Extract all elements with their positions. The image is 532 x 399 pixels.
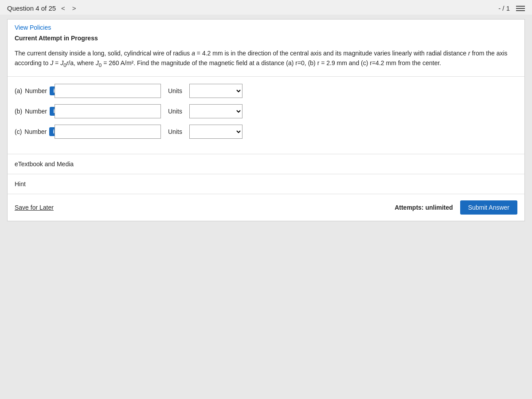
bottom-right: Attempts: unlimited Submit Answer — [395, 200, 517, 215]
units-select-c[interactable]: T mT μT — [189, 125, 243, 139]
units-select-a[interactable]: T mT μT — [189, 84, 243, 98]
question-progress: Question 4 of 25 — [7, 4, 56, 12]
answers-section: (a) Number i Units T mT μT (b) Number — [8, 77, 524, 154]
etextbook-label: eTextbook and Media — [15, 160, 74, 168]
units-label-a: Units — [168, 87, 186, 94]
next-arrow[interactable]: > — [70, 4, 78, 12]
number-input-b[interactable] — [55, 104, 161, 118]
answer-row-a: (a) Number i Units T mT μT — [15, 84, 517, 98]
part-label-b: (b) Number i — [15, 107, 55, 116]
number-input-a[interactable] — [55, 84, 161, 98]
part-b-letter: (b) — [15, 108, 22, 115]
top-right: - / 1 — [498, 4, 525, 12]
question-nav: Question 4 of 25 < > — [7, 4, 78, 12]
part-label-c: (c) Number i — [15, 127, 55, 136]
content-area: View Policies Current Attempt in Progres… — [7, 19, 525, 221]
part-c-letter: (c) — [15, 128, 22, 135]
menu-icon[interactable] — [516, 6, 525, 11]
number-input-c[interactable] — [55, 125, 161, 139]
part-b-number-label: Number — [25, 108, 47, 115]
units-label-c: Units — [168, 128, 186, 135]
attempts-text: Attempts: unlimited — [395, 204, 453, 211]
answer-row-c: (c) Number i Units T mT μT — [15, 125, 517, 139]
submit-answer-button[interactable]: Submit Answer — [460, 200, 517, 215]
part-label-a: (a) Number i — [15, 86, 55, 95]
part-a-number-label: Number — [25, 87, 47, 94]
units-select-b[interactable]: T mT μT — [189, 104, 243, 118]
top-bar: Question 4 of 25 < > - / 1 — [0, 0, 532, 15]
current-attempt-label: Current Attempt in Progress — [8, 33, 524, 45]
hint-section[interactable]: Hint — [8, 174, 524, 194]
score-display: - / 1 — [498, 4, 510, 12]
view-policies-link[interactable]: View Policies — [8, 20, 524, 33]
save-later-button[interactable]: Save for Later — [15, 204, 54, 211]
answer-row-b: (b) Number i Units T mT μT — [15, 104, 517, 118]
question-text: The current density inside a long, solid… — [8, 45, 524, 77]
etextbook-section[interactable]: eTextbook and Media — [8, 154, 524, 174]
prev-arrow[interactable]: < — [59, 4, 67, 12]
part-c-number-label: Number — [24, 128, 47, 135]
part-a-letter: (a) — [15, 87, 22, 94]
hint-label: Hint — [15, 180, 26, 188]
units-label-b: Units — [168, 108, 186, 115]
bottom-bar: Save for Later Attempts: unlimited Submi… — [8, 194, 524, 221]
